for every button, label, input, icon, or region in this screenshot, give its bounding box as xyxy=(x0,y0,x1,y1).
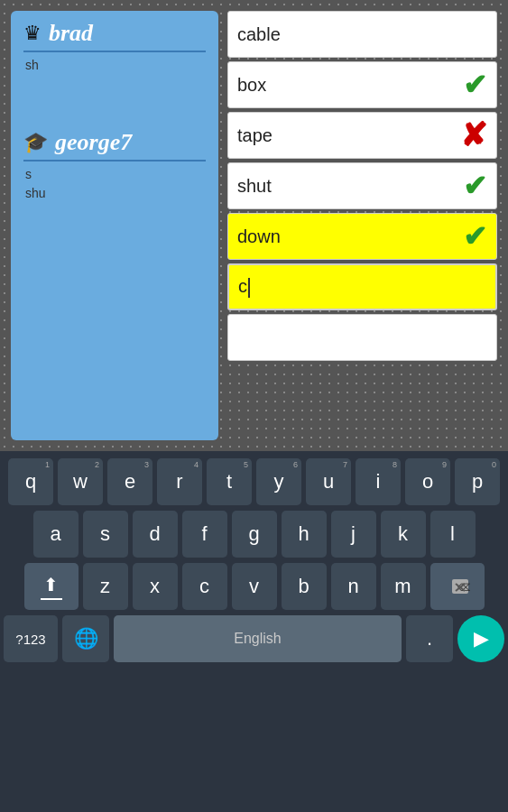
key-m[interactable]: m xyxy=(381,563,426,610)
key-w[interactable]: 2w xyxy=(58,458,103,505)
key-q[interactable]: 1q xyxy=(8,458,53,505)
cursor xyxy=(248,278,250,298)
delete-key[interactable]: ⌫ xyxy=(430,563,485,610)
word-row-cable: cable xyxy=(227,11,497,58)
key-l[interactable]: l xyxy=(430,511,476,558)
globe-icon: 🌐 xyxy=(74,627,98,651)
player-2: 🎓 george7 s shu xyxy=(23,129,206,203)
word-input: c xyxy=(238,276,486,298)
keyboard-row-bottom: ?123 🌐 English . ▶ xyxy=(4,615,504,662)
shift-icon: ⬆ xyxy=(43,574,59,595)
key-p[interactable]: 0p xyxy=(455,458,500,505)
word-row-input[interactable]: c xyxy=(227,263,497,310)
words-panel: cable box ✔ tape ✘ shut ✔ down ✔ c xyxy=(227,11,497,440)
player-1-name: brad xyxy=(49,20,93,47)
dot-label: . xyxy=(427,627,432,651)
key-r[interactable]: 4r xyxy=(157,458,202,505)
symbols-label: ?123 xyxy=(15,632,45,647)
key-e[interactable]: 3e xyxy=(107,458,152,505)
shift-line xyxy=(41,598,62,600)
key-f[interactable]: f xyxy=(182,511,227,558)
player-2-letters: s shu xyxy=(23,165,206,203)
key-h[interactable]: h xyxy=(282,511,327,558)
game-area: ♛ brad sh 🎓 george7 s shu cable xyxy=(0,0,508,451)
key-s[interactable]: s xyxy=(83,511,128,558)
check-icon-box: ✔ xyxy=(463,70,487,99)
key-i[interactable]: 8i xyxy=(356,458,401,505)
keyboard-row-2: a s d f g h j k l xyxy=(4,511,504,558)
symbols-key[interactable]: ?123 xyxy=(4,615,58,662)
globe-key[interactable]: 🌐 xyxy=(62,615,109,662)
dot-key[interactable]: . xyxy=(406,615,453,662)
player-1-header: ♛ brad xyxy=(23,20,206,47)
key-v[interactable]: v xyxy=(232,563,277,610)
key-d[interactable]: d xyxy=(133,511,178,558)
word-row-tape: tape ✘ xyxy=(227,112,497,159)
key-g[interactable]: g xyxy=(232,511,277,558)
word-tape: tape xyxy=(237,125,460,146)
check-icon-shut: ✔ xyxy=(463,171,487,200)
check-icon-down: ✔ xyxy=(463,222,487,251)
player-2-header: 🎓 george7 xyxy=(23,129,206,156)
shift-key[interactable]: ⬆ xyxy=(24,563,79,610)
key-u[interactable]: 7u xyxy=(306,458,351,505)
word-cable: cable xyxy=(237,24,487,45)
key-k[interactable]: k xyxy=(381,511,426,558)
word-row-empty xyxy=(227,314,497,361)
word-shut: shut xyxy=(237,176,463,197)
players-panel: ♛ brad sh 🎓 george7 s shu xyxy=(11,11,218,440)
delete-icon: ⌫ xyxy=(445,577,470,595)
key-y[interactable]: 6y xyxy=(256,458,301,505)
player-1-letters: sh xyxy=(23,56,206,75)
cross-icon-tape: ✘ xyxy=(460,119,487,152)
word-box: box xyxy=(237,75,463,96)
word-row-shut: shut ✔ xyxy=(227,162,497,209)
enter-icon: ▶ xyxy=(474,627,489,651)
key-c[interactable]: c xyxy=(182,563,227,610)
enter-key[interactable]: ▶ xyxy=(457,615,504,662)
key-n[interactable]: n xyxy=(331,563,376,610)
key-a[interactable]: a xyxy=(33,511,79,558)
player-1: ♛ brad sh xyxy=(23,20,206,75)
key-b[interactable]: b xyxy=(282,563,327,610)
space-key[interactable]: English xyxy=(114,615,402,662)
key-o[interactable]: 9o xyxy=(405,458,450,505)
space-label: English xyxy=(234,631,281,647)
key-j[interactable]: j xyxy=(331,511,376,558)
key-x[interactable]: x xyxy=(133,563,178,610)
word-down: down xyxy=(237,226,463,247)
word-row-down: down ✔ xyxy=(227,213,497,260)
key-t[interactable]: 5t xyxy=(207,458,252,505)
player-2-icon: 🎓 xyxy=(23,131,48,154)
player-1-icon: ♛ xyxy=(23,22,42,45)
keyboard-row-3: ⬆ z x c v b n m ⌫ xyxy=(4,563,504,610)
word-row-box: box ✔ xyxy=(227,61,497,108)
player-2-name: george7 xyxy=(55,129,132,156)
key-z[interactable]: z xyxy=(83,563,128,610)
keyboard-area: 1q 2w 3e 4r 5t 6y 7u 8i 9o 0p a s d f g … xyxy=(0,451,508,812)
keyboard-row-1: 1q 2w 3e 4r 5t 6y 7u 8i 9o 0p xyxy=(4,458,504,505)
